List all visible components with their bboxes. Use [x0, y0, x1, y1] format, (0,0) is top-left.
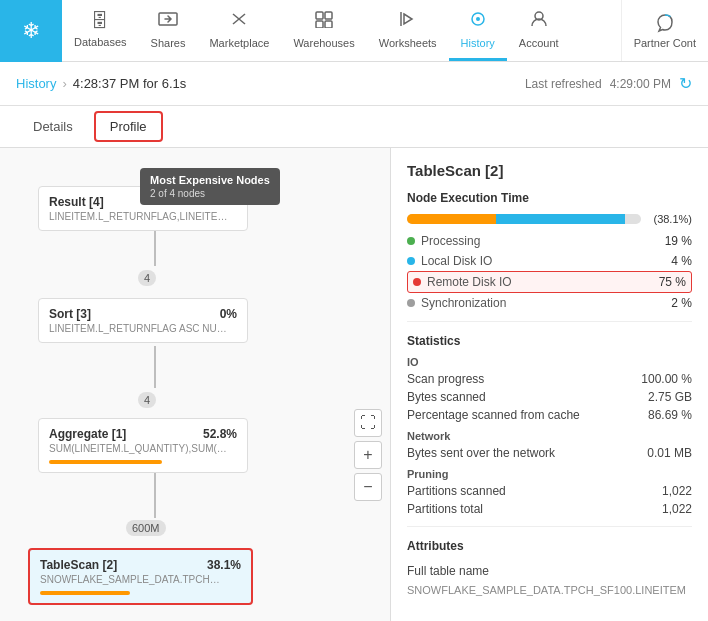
- local-disk-label: Local Disk IO: [407, 254, 492, 268]
- stat-row-processing: Processing 19 %: [407, 231, 692, 251]
- node-aggregate-subtitle: SUM(LINEITEM.L_QUANTITY),SUM(LINEIT...: [49, 443, 229, 454]
- connector-label-top: 4: [138, 270, 156, 286]
- dot-remote-disk: [413, 278, 421, 286]
- right-panel: TableScan [2] Node Execution Time (38.1%…: [390, 148, 708, 621]
- nav-item-account[interactable]: Account: [507, 0, 571, 61]
- refresh-time: 4:29:00 PM: [610, 77, 671, 91]
- dot-processing: [407, 237, 415, 245]
- execution-time-bar-row: (38.1%): [407, 213, 692, 225]
- tab-bar: Details Profile: [0, 106, 708, 148]
- stat-bytes-network: Bytes sent over the network 0.01 MB: [407, 444, 692, 462]
- execution-time-track: [407, 214, 641, 224]
- worksheets-icon: [398, 10, 418, 33]
- tab-profile[interactable]: Profile: [94, 111, 163, 142]
- remote-disk-value: 75 %: [659, 275, 686, 289]
- expand-button[interactable]: ⛶: [354, 409, 382, 437]
- pruning-group-label: Pruning: [407, 468, 692, 480]
- nav-item-databases[interactable]: 🗄 Databases: [62, 0, 139, 61]
- bytes-network-label: Bytes sent over the network: [407, 446, 555, 460]
- remote-disk-label: Remote Disk IO: [413, 275, 512, 289]
- scan-progress-value: 100.00 %: [641, 372, 692, 386]
- partitions-scanned-value: 1,022: [662, 484, 692, 498]
- zoom-out-button[interactable]: −: [354, 473, 382, 501]
- svg-point-9: [476, 17, 480, 21]
- top-navigation: ❄ 🗄 Databases Shares Marketplace Warehou…: [0, 0, 708, 62]
- refresh-button[interactable]: ↻: [679, 74, 692, 93]
- bytes-scanned-label: Bytes scanned: [407, 390, 486, 404]
- nav-item-history[interactable]: History: [449, 0, 507, 61]
- partitions-scanned-label: Partitions scanned: [407, 484, 506, 498]
- full-table-name-label: Full table name: [407, 564, 489, 578]
- breadcrumb-bar: History › 4:28:37 PM for 6.1s Last refre…: [0, 62, 708, 106]
- nav-item-warehouses[interactable]: Warehouses: [281, 0, 366, 61]
- stat-partitions-scanned: Partitions scanned 1,022: [407, 482, 692, 500]
- warehouses-icon: [314, 10, 334, 33]
- marketplace-icon: [229, 10, 249, 33]
- tab-details[interactable]: Details: [16, 110, 90, 143]
- node-sort[interactable]: Sort [3] LINEITEM.L_RETURNFLAG ASC NULLS…: [38, 298, 248, 343]
- statistics-section: IO Scan progress 100.00 % Bytes scanned …: [407, 356, 692, 518]
- partner-cont-area[interactable]: Partner Cont: [621, 0, 708, 61]
- panel-title: TableScan [2]: [407, 162, 692, 179]
- tooltip-title: Most Expensive Nodes: [150, 174, 270, 186]
- partitions-total-value: 1,022: [662, 502, 692, 516]
- dot-synchronization: [407, 299, 415, 307]
- stat-cache-pct: Percentage scanned from cache 86.69 %: [407, 406, 692, 424]
- databases-icon: 🗄: [91, 11, 109, 32]
- stat-bytes-scanned: Bytes scanned 2.75 GB: [407, 388, 692, 406]
- node-tablescan-subtitle: SNOWFLAKE_SAMPLE_DATA.TPCH_SF100....: [40, 574, 220, 585]
- full-table-name-value: SNOWFLAKE_SAMPLE_DATA.TPCH_SF100.LINEITE…: [407, 584, 686, 596]
- execution-time-label: Node Execution Time: [407, 191, 692, 205]
- io-group-label: IO: [407, 356, 692, 368]
- stat-row-local-disk: Local Disk IO 4 %: [407, 251, 692, 271]
- refresh-area: Last refreshed 4:29:00 PM ↻: [525, 74, 692, 93]
- stat-full-table-name: Full table name: [407, 561, 692, 581]
- connector-label-bottom: 600M: [126, 520, 166, 536]
- expensive-nodes-tooltip: Most Expensive Nodes 2 of 4 nodes: [140, 168, 280, 205]
- node-sort-title: Sort [3]: [49, 307, 237, 321]
- node-aggregate-pct: 52.8%: [203, 427, 237, 441]
- node-tablescan[interactable]: TableScan [2] SNOWFLAKE_SAMPLE_DATA.TPCH…: [28, 548, 253, 605]
- breadcrumb-current: 4:28:37 PM for 6.1s: [73, 76, 186, 91]
- processing-value: 19 %: [665, 234, 692, 248]
- stat-row-synchronization: Synchronization 2 %: [407, 293, 692, 313]
- account-icon: [529, 10, 549, 33]
- account-label: Account: [519, 37, 559, 49]
- nav-items: 🗄 Databases Shares Marketplace Warehouse…: [62, 0, 621, 61]
- breadcrumb-history-link[interactable]: History: [16, 76, 56, 91]
- shares-icon: [158, 10, 178, 33]
- zoom-in-button[interactable]: +: [354, 441, 382, 469]
- bytes-scanned-value: 2.75 GB: [648, 390, 692, 404]
- nav-item-shares[interactable]: Shares: [139, 0, 198, 61]
- nav-item-worksheets[interactable]: Worksheets: [367, 0, 449, 61]
- worksheets-label: Worksheets: [379, 37, 437, 49]
- attributes-label: Attributes: [407, 539, 692, 553]
- node-aggregate[interactable]: Aggregate [1] SUM(LINEITEM.L_QUANTITY),S…: [38, 418, 248, 473]
- warehouses-label: Warehouses: [293, 37, 354, 49]
- logo-area[interactable]: ❄: [0, 0, 62, 62]
- last-refreshed-label: Last refreshed: [525, 77, 602, 91]
- bytes-network-value: 0.01 MB: [647, 446, 692, 460]
- partitions-total-label: Partitions total: [407, 502, 483, 516]
- stat-full-table-value: SNOWFLAKE_SAMPLE_DATA.TPCH_SF100.LINEITE…: [407, 581, 692, 599]
- breadcrumb-separator: ›: [62, 76, 66, 91]
- main-content: Most Expensive Nodes 2 of 4 nodes Result…: [0, 148, 708, 621]
- exec-bar-orange: [407, 214, 496, 224]
- databases-label: Databases: [74, 36, 127, 48]
- graph-panel: Most Expensive Nodes 2 of 4 nodes Result…: [0, 148, 390, 621]
- processing-label: Processing: [407, 234, 480, 248]
- history-icon: [468, 10, 488, 33]
- marketplace-label: Marketplace: [209, 37, 269, 49]
- scan-progress-label: Scan progress: [407, 372, 484, 386]
- network-group-label: Network: [407, 430, 692, 442]
- synchronization-value: 2 %: [671, 296, 692, 310]
- svg-rect-6: [325, 21, 332, 28]
- nav-item-marketplace[interactable]: Marketplace: [197, 0, 281, 61]
- cache-pct-value: 86.69 %: [648, 408, 692, 422]
- connector-label-middle: 4: [138, 392, 156, 408]
- snowflake-logo-icon: ❄: [22, 18, 40, 44]
- history-label: History: [461, 37, 495, 49]
- stat-row-remote-disk: Remote Disk IO 75 %: [407, 271, 692, 293]
- statistics-label: Statistics: [407, 334, 692, 348]
- dot-local-disk: [407, 257, 415, 265]
